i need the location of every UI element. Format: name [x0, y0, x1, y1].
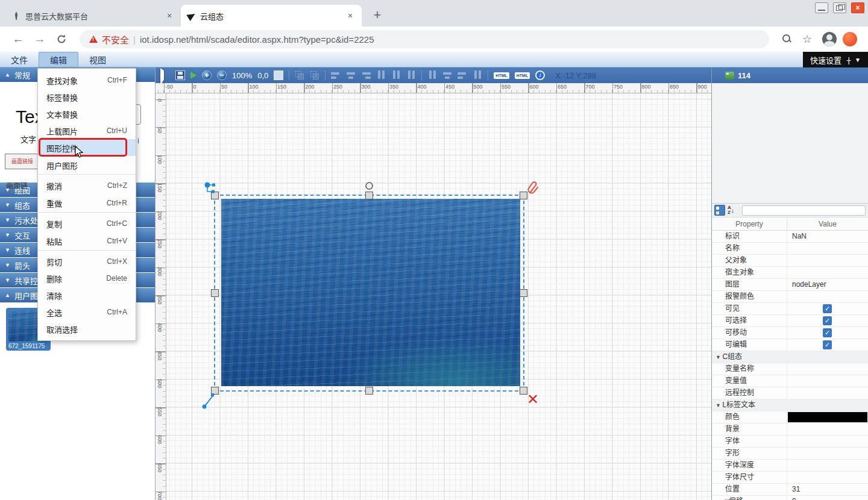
- restore-icon[interactable]: [833, 2, 846, 13]
- profile-icon[interactable]: [843, 32, 857, 46]
- edit-menu-item[interactable]: 图形控件: [38, 139, 136, 156]
- edit-menu-item[interactable]: 标签替换: [38, 89, 136, 105]
- url-text[interactable]: iot.idosp.net/html/scada/editor.aspx.htm…: [140, 34, 374, 45]
- property-value[interactable]: [787, 387, 868, 399]
- selection-box[interactable]: ✕: [214, 195, 524, 392]
- edit-menu-item[interactable]: 查找对象 Ctrl+F: [38, 72, 136, 89]
- property-value[interactable]: [787, 460, 868, 471]
- property-value[interactable]: [787, 351, 868, 363]
- resize-handle-r[interactable]: [520, 289, 527, 297]
- property-row[interactable]: 可移动: [712, 327, 868, 339]
- edit-menu-item[interactable]: 粘贴 Ctrl+V: [38, 232, 136, 251]
- same-size-icon[interactable]: [458, 70, 467, 80]
- back-icon[interactable]: ←: [8, 33, 28, 46]
- close-tab-icon[interactable]: ×: [345, 10, 356, 21]
- menu-view[interactable]: 视图: [78, 52, 117, 67]
- property-row[interactable]: 变量名称: [712, 363, 868, 375]
- property-row[interactable]: L标签文本: [712, 399, 868, 411]
- property-row[interactable]: 字体: [712, 436, 868, 448]
- property-value[interactable]: [787, 411, 868, 423]
- edit-menu-item[interactable]: 复制 Ctrl+C: [38, 215, 136, 232]
- property-row[interactable]: 颜色: [712, 411, 868, 423]
- align-left-icon[interactable]: [331, 70, 341, 80]
- property-row[interactable]: 变量值: [712, 375, 868, 387]
- edit-menu-item[interactable]: 用户图形: [38, 156, 136, 175]
- align-top-icon[interactable]: [376, 70, 386, 80]
- ungroup-icon[interactable]: [310, 70, 319, 80]
- quick-settings-button[interactable]: 快速设置 -|- ▼: [803, 52, 868, 67]
- align-right-icon[interactable]: [361, 70, 371, 80]
- property-value[interactable]: 31: [787, 484, 868, 495]
- align-bottom-icon[interactable]: [406, 70, 416, 80]
- chevron-down-icon[interactable]: ▼: [855, 57, 861, 63]
- property-value[interactable]: [787, 375, 868, 387]
- property-row[interactable]: 名称: [712, 243, 868, 255]
- property-value[interactable]: NaN: [787, 231, 868, 242]
- property-value[interactable]: [787, 448, 868, 459]
- sort-az-icon[interactable]: AZ↓: [728, 205, 740, 216]
- property-row[interactable]: 可选择: [712, 315, 868, 327]
- menu-edit[interactable]: 编辑: [39, 52, 78, 67]
- close-tab-icon[interactable]: ×: [164, 10, 175, 21]
- distribute-h-icon[interactable]: [427, 70, 437, 80]
- edit-menu-item[interactable]: 全选 Ctrl+A: [38, 304, 136, 320]
- expand-icon[interactable]: -|-: [846, 55, 850, 64]
- property-row[interactable]: 字体深度: [712, 460, 868, 472]
- html-preview-icon[interactable]: HTML: [515, 72, 530, 79]
- property-value[interactable]: [787, 436, 868, 447]
- property-row[interactable]: 可见: [712, 303, 868, 315]
- property-row[interactable]: 宿主对象: [712, 267, 868, 279]
- same-height-icon[interactable]: [473, 70, 482, 80]
- property-row[interactable]: 标识 NaN: [712, 231, 868, 243]
- property-row[interactable]: 父对象: [712, 255, 868, 267]
- design-canvas[interactable]: ✕: [166, 93, 711, 500]
- html-export-icon[interactable]: HTML: [494, 72, 509, 79]
- bookmark-star-icon[interactable]: ☆: [798, 33, 816, 46]
- property-value[interactable]: [787, 291, 868, 302]
- edit-menu-item[interactable]: 取消选择: [38, 320, 136, 337]
- edit-menu-item[interactable]: 剪切 Ctrl+X: [38, 253, 136, 270]
- edit-menu-item[interactable]: 上载图片 Ctrl+U: [38, 122, 136, 139]
- property-value[interactable]: [787, 327, 868, 339]
- resize-handle-b[interactable]: [365, 387, 373, 395]
- run-icon[interactable]: [190, 72, 197, 79]
- edit-menu-item[interactable]: 删除 Delete: [38, 270, 136, 287]
- property-row[interactable]: 位置 31: [712, 484, 868, 496]
- cursor-tool-icon[interactable]: [160, 70, 170, 80]
- property-value[interactable]: [787, 243, 868, 254]
- property-value[interactable]: [787, 315, 868, 327]
- property-value[interactable]: [787, 303, 868, 314]
- property-value[interactable]: 0: [787, 496, 868, 500]
- property-row[interactable]: 图层 nodeLayer: [712, 279, 868, 291]
- scale-handle-icon[interactable]: [202, 391, 218, 411]
- edit-menu-item[interactable]: 清除: [38, 287, 136, 304]
- zoom-out-icon[interactable]: −: [217, 70, 227, 80]
- info-icon[interactable]: i: [535, 70, 545, 80]
- anchor-node-icon[interactable]: [204, 181, 218, 199]
- window-close-icon[interactable]: ×: [851, 2, 864, 13]
- tab-scada-editor[interactable]: 云组态 ×: [181, 5, 362, 27]
- align-middle-icon[interactable]: [391, 70, 401, 80]
- property-row[interactable]: 报警颜色: [712, 291, 868, 303]
- property-row[interactable]: C组态: [712, 351, 868, 363]
- url-field[interactable]: 不安全 | iot.idosp.net/html/scada/editor.as…: [80, 30, 769, 48]
- property-value[interactable]: [787, 423, 868, 435]
- zoom-page-icon[interactable]: [778, 34, 796, 45]
- save-icon[interactable]: [175, 70, 185, 80]
- property-value[interactable]: [787, 399, 868, 411]
- zoom-in-icon[interactable]: +: [202, 70, 212, 80]
- color-swatch[interactable]: [788, 412, 867, 422]
- rotate-handle[interactable]: [365, 182, 373, 190]
- property-row[interactable]: 背景: [712, 423, 868, 436]
- distribute-v-icon[interactable]: [442, 70, 452, 80]
- edit-menu-item[interactable]: 文本替换: [38, 105, 136, 122]
- security-warning[interactable]: 不安全: [102, 33, 129, 46]
- new-tab-button[interactable]: +: [369, 7, 386, 23]
- property-filter-input[interactable]: [742, 205, 866, 216]
- screen-link-button[interactable]: 画面链接: [5, 154, 40, 169]
- property-value[interactable]: [787, 363, 868, 375]
- property-value[interactable]: nodeLayer: [787, 279, 868, 290]
- minimize-icon[interactable]: [815, 2, 828, 13]
- edit-menu-item[interactable]: 重做 Ctrl+R: [38, 194, 136, 213]
- property-value[interactable]: [787, 339, 868, 351]
